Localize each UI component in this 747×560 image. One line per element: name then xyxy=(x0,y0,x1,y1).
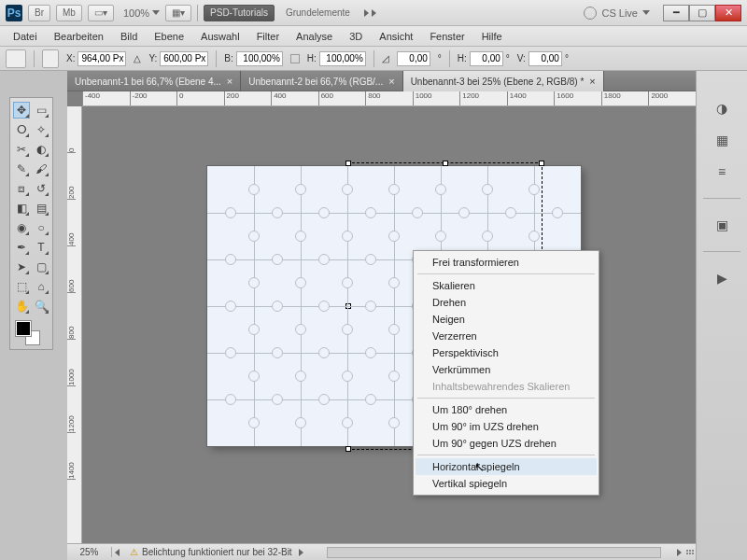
masks-icon[interactable]: ▣ xyxy=(711,216,733,234)
minimize-button[interactable]: ━ xyxy=(663,5,689,21)
ctx-neigen[interactable]: Neigen xyxy=(416,311,597,328)
hand-tool[interactable]: ✋ xyxy=(13,298,30,315)
foreground-color[interactable] xyxy=(16,321,31,336)
pen-tool[interactable]: ✒ xyxy=(13,239,30,256)
ctx-um-180-drehen[interactable]: Um 180° drehen xyxy=(416,401,597,418)
menu-fenster[interactable]: Fenster xyxy=(422,29,472,44)
handle-sw[interactable] xyxy=(345,446,351,452)
ctx-vertikal-spiegeln[interactable]: Vertikal spiegeln xyxy=(416,475,597,492)
crop-tool[interactable]: ✂ xyxy=(13,141,30,158)
close-icon[interactable]: × xyxy=(227,76,233,87)
move-tool[interactable]: ✥ xyxy=(13,102,30,119)
3d-tool[interactable]: ⬚ xyxy=(13,278,30,295)
brush-tool[interactable]: 🖌 xyxy=(33,161,49,177)
dodge-tool[interactable]: ○ xyxy=(33,219,49,236)
skew-v-field[interactable] xyxy=(529,51,562,66)
panel-grip[interactable] xyxy=(0,71,67,84)
menu-analyse[interactable]: Analyse xyxy=(289,29,340,44)
marquee-tool[interactable]: ▭ xyxy=(33,102,49,119)
document-tab[interactable]: Unbenannt-1 bei 66,7% (Ebene 4...× xyxy=(67,71,241,91)
menu-ebene[interactable]: Ebene xyxy=(147,29,191,44)
menu-datei[interactable]: Datei xyxy=(6,29,45,44)
adjust-icon[interactable]: ≡ xyxy=(711,162,733,181)
menu-auswahl[interactable]: Auswahl xyxy=(193,29,247,44)
y-field[interactable] xyxy=(160,51,208,66)
play-icon[interactable]: ▶ xyxy=(711,269,733,287)
status-zoom[interactable]: 25% xyxy=(67,547,112,557)
ctx-inhaltsbewahrendes-skalieren: Inhaltsbewahrendes Skalieren xyxy=(416,378,597,395)
swatches-icon[interactable]: ▦ xyxy=(711,131,733,149)
scroll-left-icon[interactable] xyxy=(115,549,120,556)
ruler-horizontal[interactable]: -400-20002004006008001000120014001600180… xyxy=(82,91,696,106)
ctx-um-90-gegen-uzs-drehen[interactable]: Um 90° gegen UZS drehen xyxy=(416,435,597,452)
close-icon[interactable]: × xyxy=(589,76,595,87)
gradient-tool[interactable]: ▤ xyxy=(33,200,49,217)
close-button[interactable]: ✕ xyxy=(715,5,741,21)
link-icon[interactable] xyxy=(290,54,300,63)
maximize-button[interactable]: ▢ xyxy=(689,5,715,21)
type-tool[interactable]: T xyxy=(33,239,49,256)
zoom-value: 100% xyxy=(123,7,149,19)
handle-n[interactable] xyxy=(443,161,448,166)
eraser-tool[interactable]: ◧ xyxy=(13,200,30,217)
reference-point-selector[interactable] xyxy=(42,49,59,68)
arrange-docs-button[interactable]: ▦▾ xyxy=(165,5,191,21)
lasso-tool[interactable]: ⵔ xyxy=(13,121,30,138)
document-tab[interactable]: Unbenannt-3 bei 25% (Ebene 2, RGB/8) *× xyxy=(403,71,604,91)
path-select-tool[interactable]: ➤ xyxy=(13,259,30,275)
ctx-drehen[interactable]: Drehen xyxy=(416,294,597,311)
workspace-tutorials[interactable]: PSD-Tutorials xyxy=(204,5,275,21)
menu-bearbeiten[interactable]: Bearbeiten xyxy=(47,29,111,44)
zoom-dropdown[interactable]: 100% xyxy=(123,7,160,19)
ctx-perspektivisch[interactable]: Perspektivisch xyxy=(416,344,597,361)
close-icon[interactable]: × xyxy=(388,76,394,87)
resize-grip[interactable] xyxy=(684,548,696,556)
screen-mode-button[interactable]: ▭▾ xyxy=(88,5,114,21)
bridge-button[interactable]: Br xyxy=(28,5,50,21)
zoom-tool[interactable]: 🔍 xyxy=(33,298,49,315)
width-field[interactable] xyxy=(236,51,283,66)
horizontal-scrollbar[interactable] xyxy=(327,547,661,558)
healing-brush-tool[interactable]: ✎ xyxy=(13,161,30,177)
x-field[interactable] xyxy=(78,51,126,66)
status-chevron-icon[interactable] xyxy=(299,549,303,556)
delta-icon[interactable]: △ xyxy=(134,53,141,63)
more-workspaces-icon[interactable] xyxy=(361,9,376,17)
ctx-skalieren[interactable]: Skalieren xyxy=(416,277,597,294)
menu-bild[interactable]: Bild xyxy=(113,29,145,44)
history-brush-tool[interactable]: ↺ xyxy=(33,180,49,197)
ruler-vertical[interactable]: 0200400600800100012001400 xyxy=(67,106,82,543)
color-icon[interactable]: ◑ xyxy=(711,99,733,118)
stamp-tool[interactable]: ⧈ xyxy=(13,180,30,197)
main-area: Unbenannt-1 bei 66,7% (Ebene 4...×Unbena… xyxy=(0,71,747,560)
document-tab[interactable]: Unbenannt-2 bei 66,7% (RGB/...× xyxy=(241,71,402,91)
tool-preset-button[interactable] xyxy=(6,49,26,68)
ctx-um-90-im-uzs-drehen[interactable]: Um 90° im UZS drehen xyxy=(416,418,597,435)
magic-wand-tool[interactable]: ✧ xyxy=(33,121,49,138)
scroll-right-icon[interactable] xyxy=(677,549,682,556)
height-field[interactable] xyxy=(319,51,366,66)
menu-3d[interactable]: 3D xyxy=(342,29,370,44)
warning-icon: ⚠ xyxy=(130,547,138,557)
shape-tool[interactable]: ▢ xyxy=(33,259,49,275)
color-swatches[interactable] xyxy=(13,319,49,345)
ctx-frei-transformieren[interactable]: Frei transformieren xyxy=(416,254,597,271)
menu-ansicht[interactable]: Ansicht xyxy=(372,29,420,44)
menu-hilfe[interactable]: Hilfe xyxy=(474,29,510,44)
ctx-verkr-mmen[interactable]: Verkrümmen xyxy=(416,361,597,378)
tab-label: Unbenannt-3 bei 25% (Ebene 2, RGB/8) * xyxy=(411,77,585,87)
minibridge-button[interactable]: Mb xyxy=(56,5,82,21)
cslive-button[interactable]: CS Live xyxy=(584,7,650,20)
angle-field[interactable] xyxy=(397,51,430,66)
ctx-horizontal-spiegeln[interactable]: Horizontal↖ spiegeln xyxy=(416,458,597,475)
h-label: H: xyxy=(307,53,317,63)
workspace-grundelemente[interactable]: Grundelemente xyxy=(280,5,356,21)
handle-nw[interactable] xyxy=(345,161,351,166)
skew-h-field[interactable] xyxy=(470,51,503,66)
eyedropper-tool[interactable]: ◐ xyxy=(33,141,49,158)
handle-ne[interactable] xyxy=(539,161,544,166)
menu-filter[interactable]: Filter xyxy=(249,29,287,44)
ctx-verzerren[interactable]: Verzerren xyxy=(416,328,597,344)
blur-tool[interactable]: ◉ xyxy=(13,219,30,236)
3d-camera-tool[interactable]: ⌂ xyxy=(33,278,49,295)
